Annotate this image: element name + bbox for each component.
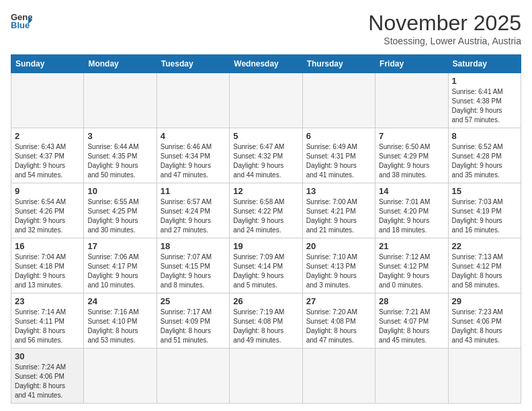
calendar-day-cell: 22Sunrise: 7:13 AM Sunset: 4:12 PM Dayli… bbox=[448, 238, 521, 293]
day-number: 21 bbox=[379, 241, 444, 251]
day-number: 23 bbox=[15, 296, 80, 306]
day-number: 12 bbox=[233, 186, 298, 196]
calendar-week-row: 23Sunrise: 7:14 AM Sunset: 4:11 PM Dayli… bbox=[11, 293, 521, 349]
day-info: Sunrise: 7:21 AM Sunset: 4:07 PM Dayligh… bbox=[379, 308, 444, 345]
calendar-day-cell: 12Sunrise: 6:58 AM Sunset: 4:22 PM Dayli… bbox=[230, 183, 302, 238]
month-title: November 2025 bbox=[368, 11, 521, 36]
day-number: 26 bbox=[233, 296, 298, 306]
calendar-day-cell bbox=[84, 349, 157, 404]
calendar-day-cell: 27Sunrise: 7:20 AM Sunset: 4:08 PM Dayli… bbox=[302, 293, 375, 349]
day-number: 19 bbox=[233, 241, 298, 251]
calendar-day-cell: 18Sunrise: 7:07 AM Sunset: 4:15 PM Dayli… bbox=[157, 238, 229, 293]
day-info: Sunrise: 6:46 AM Sunset: 4:34 PM Dayligh… bbox=[161, 142, 226, 180]
day-info: Sunrise: 7:23 AM Sunset: 4:06 PM Dayligh… bbox=[452, 308, 517, 345]
calendar-day-cell: 10Sunrise: 6:55 AM Sunset: 4:25 PM Dayli… bbox=[84, 183, 157, 238]
calendar-day-cell: 17Sunrise: 7:06 AM Sunset: 4:17 PM Dayli… bbox=[84, 238, 157, 293]
calendar-week-row: 1Sunrise: 6:41 AM Sunset: 4:38 PM Daylig… bbox=[11, 73, 521, 128]
weekday-header-sunday: Sunday bbox=[11, 55, 84, 73]
calendar-day-cell: 26Sunrise: 7:19 AM Sunset: 4:08 PM Dayli… bbox=[230, 293, 302, 349]
day-number: 6 bbox=[306, 131, 371, 141]
location-subtitle: Stoessing, Lower Austria, Austria bbox=[368, 36, 521, 46]
day-info: Sunrise: 7:04 AM Sunset: 4:18 PM Dayligh… bbox=[15, 253, 80, 290]
day-info: Sunrise: 7:01 AM Sunset: 4:20 PM Dayligh… bbox=[379, 197, 444, 235]
day-info: Sunrise: 7:10 AM Sunset: 4:13 PM Dayligh… bbox=[306, 253, 371, 290]
title-area: November 2025 Stoessing, Lower Austria, … bbox=[368, 11, 521, 46]
page-header: General Blue November 2025 Stoessing, Lo… bbox=[11, 11, 521, 46]
calendar-day-cell bbox=[375, 73, 448, 128]
day-info: Sunrise: 7:19 AM Sunset: 4:08 PM Dayligh… bbox=[233, 308, 298, 345]
day-number: 1 bbox=[452, 76, 517, 86]
day-number: 8 bbox=[452, 131, 517, 141]
logo-icon: General Blue bbox=[11, 11, 32, 30]
calendar-day-cell bbox=[448, 349, 521, 404]
calendar-day-cell: 6Sunrise: 6:49 AM Sunset: 4:31 PM Daylig… bbox=[302, 128, 375, 183]
day-info: Sunrise: 7:17 AM Sunset: 4:09 PM Dayligh… bbox=[161, 308, 226, 345]
day-info: Sunrise: 6:47 AM Sunset: 4:32 PM Dayligh… bbox=[233, 142, 298, 180]
calendar-day-cell: 15Sunrise: 7:03 AM Sunset: 4:19 PM Dayli… bbox=[448, 183, 521, 238]
calendar-day-cell: 25Sunrise: 7:17 AM Sunset: 4:09 PM Dayli… bbox=[157, 293, 229, 349]
day-info: Sunrise: 6:49 AM Sunset: 4:31 PM Dayligh… bbox=[306, 142, 371, 180]
calendar-day-cell: 1Sunrise: 6:41 AM Sunset: 4:38 PM Daylig… bbox=[448, 73, 521, 128]
calendar-day-cell: 14Sunrise: 7:01 AM Sunset: 4:20 PM Dayli… bbox=[375, 183, 448, 238]
day-info: Sunrise: 6:57 AM Sunset: 4:24 PM Dayligh… bbox=[161, 197, 226, 235]
calendar-day-cell: 11Sunrise: 6:57 AM Sunset: 4:24 PM Dayli… bbox=[157, 183, 229, 238]
day-number: 17 bbox=[87, 241, 152, 251]
day-number: 27 bbox=[306, 296, 371, 306]
day-info: Sunrise: 6:54 AM Sunset: 4:26 PM Dayligh… bbox=[15, 197, 80, 235]
weekday-header-monday: Monday bbox=[84, 55, 157, 73]
calendar-day-cell bbox=[302, 349, 375, 404]
calendar-day-cell: 3Sunrise: 6:44 AM Sunset: 4:35 PM Daylig… bbox=[84, 128, 157, 183]
weekday-header-wednesday: Wednesday bbox=[230, 55, 302, 73]
day-info: Sunrise: 7:06 AM Sunset: 4:17 PM Dayligh… bbox=[87, 253, 152, 290]
calendar-week-row: 16Sunrise: 7:04 AM Sunset: 4:18 PM Dayli… bbox=[11, 238, 521, 293]
day-info: Sunrise: 6:44 AM Sunset: 4:35 PM Dayligh… bbox=[87, 142, 152, 180]
day-number: 25 bbox=[161, 296, 226, 306]
calendar-day-cell: 16Sunrise: 7:04 AM Sunset: 4:18 PM Dayli… bbox=[11, 238, 84, 293]
weekday-header-friday: Friday bbox=[375, 55, 448, 73]
calendar-day-cell bbox=[375, 349, 448, 404]
day-number: 13 bbox=[306, 186, 371, 196]
day-info: Sunrise: 7:12 AM Sunset: 4:12 PM Dayligh… bbox=[379, 253, 444, 290]
weekday-header-row: SundayMondayTuesdayWednesdayThursdayFrid… bbox=[11, 55, 521, 73]
calendar-day-cell bbox=[230, 349, 302, 404]
calendar-day-cell: 23Sunrise: 7:14 AM Sunset: 4:11 PM Dayli… bbox=[11, 293, 84, 349]
day-number: 28 bbox=[379, 296, 444, 306]
svg-text:Blue: Blue bbox=[11, 20, 30, 30]
day-number: 22 bbox=[452, 241, 517, 251]
weekday-header-tuesday: Tuesday bbox=[157, 55, 229, 73]
calendar-day-cell bbox=[157, 73, 229, 128]
calendar-table: SundayMondayTuesdayWednesdayThursdayFrid… bbox=[11, 54, 521, 404]
day-info: Sunrise: 7:00 AM Sunset: 4:21 PM Dayligh… bbox=[306, 197, 371, 235]
calendar-day-cell: 24Sunrise: 7:16 AM Sunset: 4:10 PM Dayli… bbox=[84, 293, 157, 349]
calendar-week-row: 2Sunrise: 6:43 AM Sunset: 4:37 PM Daylig… bbox=[11, 128, 521, 183]
calendar-day-cell bbox=[230, 73, 302, 128]
day-number: 3 bbox=[87, 131, 152, 141]
calendar-day-cell: 28Sunrise: 7:21 AM Sunset: 4:07 PM Dayli… bbox=[375, 293, 448, 349]
calendar-day-cell: 4Sunrise: 6:46 AM Sunset: 4:34 PM Daylig… bbox=[157, 128, 229, 183]
day-info: Sunrise: 7:24 AM Sunset: 4:06 PM Dayligh… bbox=[15, 363, 80, 400]
day-info: Sunrise: 6:43 AM Sunset: 4:37 PM Dayligh… bbox=[15, 142, 80, 180]
calendar-week-row: 30Sunrise: 7:24 AM Sunset: 4:06 PM Dayli… bbox=[11, 349, 521, 404]
calendar-day-cell: 7Sunrise: 6:50 AM Sunset: 4:29 PM Daylig… bbox=[375, 128, 448, 183]
day-number: 29 bbox=[452, 296, 517, 306]
calendar-day-cell: 20Sunrise: 7:10 AM Sunset: 4:13 PM Dayli… bbox=[302, 238, 375, 293]
day-number: 20 bbox=[306, 241, 371, 251]
day-number: 16 bbox=[15, 241, 80, 251]
day-number: 9 bbox=[15, 186, 80, 196]
day-info: Sunrise: 6:41 AM Sunset: 4:38 PM Dayligh… bbox=[452, 87, 517, 125]
day-number: 7 bbox=[379, 131, 444, 141]
day-number: 4 bbox=[161, 131, 226, 141]
day-number: 5 bbox=[233, 131, 298, 141]
calendar-day-cell: 29Sunrise: 7:23 AM Sunset: 4:06 PM Dayli… bbox=[448, 293, 521, 349]
day-info: Sunrise: 7:07 AM Sunset: 4:15 PM Dayligh… bbox=[161, 253, 226, 290]
calendar-day-cell: 13Sunrise: 7:00 AM Sunset: 4:21 PM Dayli… bbox=[302, 183, 375, 238]
day-info: Sunrise: 7:14 AM Sunset: 4:11 PM Dayligh… bbox=[15, 308, 80, 345]
calendar-day-cell: 9Sunrise: 6:54 AM Sunset: 4:26 PM Daylig… bbox=[11, 183, 84, 238]
weekday-header-thursday: Thursday bbox=[302, 55, 375, 73]
day-number: 2 bbox=[15, 131, 80, 141]
calendar-day-cell: 5Sunrise: 6:47 AM Sunset: 4:32 PM Daylig… bbox=[230, 128, 302, 183]
day-number: 15 bbox=[452, 186, 517, 196]
day-number: 18 bbox=[161, 241, 226, 251]
day-info: Sunrise: 7:09 AM Sunset: 4:14 PM Dayligh… bbox=[233, 253, 298, 290]
calendar-day-cell bbox=[84, 73, 157, 128]
